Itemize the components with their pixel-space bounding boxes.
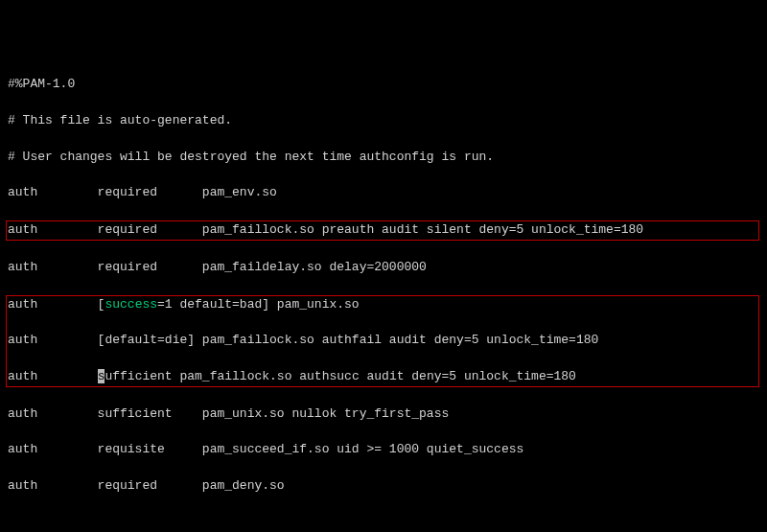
pam-line[interactable]: auth required pam_deny.so: [8, 477, 759, 496]
pam-line-faillock-authsucc[interactable]: auth sufficient pam_faillock.so authsucc…: [8, 368, 757, 386]
text-segment: auth: [8, 369, 98, 383]
pam-line-faillock-preauth[interactable]: auth required pam_faillock.so preauth au…: [8, 221, 757, 240]
text-segment: ufficient pam_faillock.so authsucc audit…: [105, 369, 575, 383]
pam-line[interactable]: auth sufficient pam_unix.so nullok try_f…: [8, 405, 759, 424]
highlight-box-2: auth [success=1 default=bad] pam_unix.so…: [6, 295, 759, 387]
pam-line[interactable]: auth required pam_faildelay.so delay=200…: [8, 259, 759, 277]
keyword-success: success: [105, 297, 157, 312]
highlight-box-1: auth required pam_faillock.so preauth au…: [6, 220, 759, 241]
pam-shebang: #%PAM-1.0: [8, 76, 759, 94]
text-segment: auth [: [8, 297, 105, 312]
pam-line-success-bad[interactable]: auth [success=1 default=bad] pam_unix.so: [8, 296, 757, 314]
pam-line-faillock-authfail[interactable]: auth [default=die] pam_faillock.so authf…: [8, 332, 757, 350]
text-segment: =1 default=bad] pam_unix.so: [157, 297, 360, 312]
comment-auto-generated: # This file is auto-generated.: [8, 112, 759, 130]
pam-line[interactable]: auth required pam_env.so: [8, 184, 759, 202]
comment-warning: # User changes will be destroyed the nex…: [8, 149, 759, 167]
pam-line[interactable]: auth requisite pam_succeed_if.so uid >= …: [8, 441, 759, 459]
